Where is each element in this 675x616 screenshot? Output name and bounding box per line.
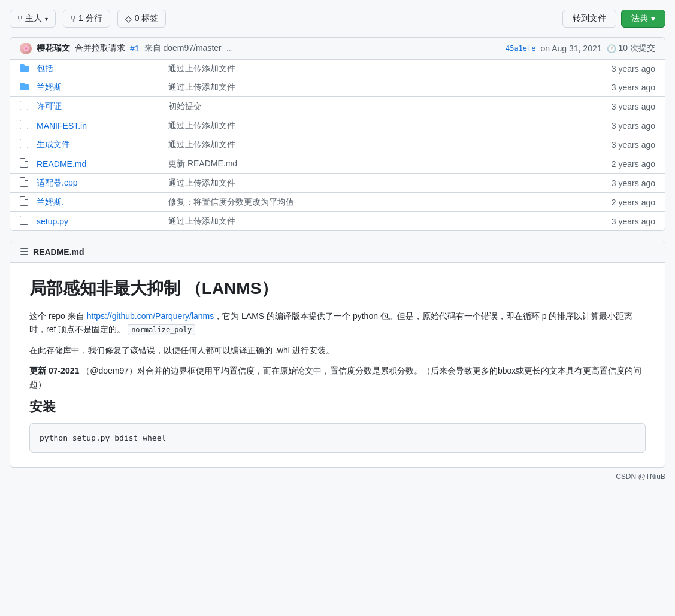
file-commit-link[interactable]: 修复：将置信度分数更改为平均值 [168,197,294,207]
tag-icon: ◇ [125,14,132,23]
file-commit-message: 通过上传添加文件 [168,120,583,131]
fork-button[interactable]: ⑂ 1 分行 [63,10,110,28]
folder-icon [20,83,37,92]
file-name-link[interactable]: 包括 [37,63,53,73]
readme-p1: 这个 repo 来自 https://github.com/Parquery/l… [29,309,646,336]
readme-p3: 更新 07-2021 （@doem97）对合并的边界框使用平均置信度，而在原始论… [29,364,646,391]
table-row: 兰姆斯通过上传添加文件3 years ago [10,78,665,97]
file-commit-message: 通过上传添加文件 [168,216,583,227]
readme-p3-bold: 更新 07-2021 [29,366,79,375]
branch-label: 主人 [25,13,42,24]
fadian-arrow-icon: ▾ [651,14,655,23]
table-row: 包括通过上传添加文件3 years ago [10,60,665,78]
file-time: 3 years ago [583,83,655,92]
file-time: 3 years ago [583,121,655,131]
commit-hash[interactable]: 45a1efe [506,44,536,53]
top-toolbar: ⑂ 主人 ▾ ⑂ 1 分行 ◇ 0 标签 转到文件 法典 ▾ [10,10,665,28]
tag-button[interactable]: ◇ 0 标签 [117,10,167,28]
readme-p1-link[interactable]: https://github.com/Parquery/lanms [87,311,214,321]
file-commit-message: 通过上传添加文件 [168,63,583,74]
clock-icon: 🕐 [607,44,616,53]
file-icon [20,196,37,208]
file-time: 3 years ago [583,64,655,74]
page-footer: CSDN @TNiuB [10,472,665,481]
file-time: 3 years ago [583,102,655,111]
file-browser-card: 🌸 樱花瑞文 合并拉取请求 #1 来自 doem97/master ... 45… [10,37,665,231]
goto-file-label: 转到文件 [573,13,606,23]
readme-code-block: python setup.py bdist_wheel [29,423,646,453]
file-name-link[interactable]: 生成文件 [37,139,70,149]
commit-count-label: 10 次提交 [619,43,655,54]
file-name-link[interactable]: setup.py [37,217,68,226]
file-commit-link[interactable]: 通过上传添加文件 [168,178,235,187]
file-commit-message: 通过上传添加文件 [168,178,583,189]
readme-p1-pre: 这个 repo 来自 [29,311,87,321]
commit-merge-text: 合并拉取请求 [75,43,125,54]
commit-ellipsis: ... [226,44,234,53]
readme-p2: 在此存储库中，我们修复了该错误，以便任何人都可以编译正确的 .whl 进行安装。 [29,344,646,357]
file-icon [20,101,37,112]
commit-header-right: 45a1efe on Aug 31, 2021 🕐 10 次提交 [506,43,655,54]
readme-p3-text: （@doem97）对合并的边界框使用平均置信度，而在原始论文中，置信度分数是累积… [29,366,641,389]
branch-arrow-icon: ▾ [45,16,48,22]
table-row: README.md更新 README.md2 years ago [10,154,665,174]
table-row: setup.py通过上传添加文件3 years ago [10,212,665,230]
file-icon [20,216,37,227]
readme-card: ☰ README.md 局部感知非最大抑制 （LANMS） 这个 repo 来自… [10,241,665,468]
file-icon [20,139,37,150]
file-time: 3 years ago [583,140,655,150]
file-commit-message: 通过上传添加文件 [168,82,583,93]
file-time: 2 years ago [583,198,655,207]
file-icon [20,158,37,169]
readme-body: 局部感知非最大抑制 （LANMS） 这个 repo 来自 https://git… [10,263,665,467]
file-commit-link[interactable]: 更新 README.md [168,159,237,168]
footer-text: CSDN @TNiuB [616,472,665,481]
file-name-link[interactable]: 适配器.cpp [37,178,77,187]
commit-date: on Aug 31, 2021 [541,44,602,53]
readme-header: ☰ README.md [10,241,665,263]
file-commit-link[interactable]: 通过上传添加文件 [168,139,235,149]
file-commit-link[interactable]: 通过上传添加文件 [168,82,235,92]
folder-icon [20,64,37,74]
fork-icon: ⑂ [71,14,75,23]
file-time: 2 years ago [583,159,655,169]
table-row: 生成文件通过上传添加文件3 years ago [10,135,665,154]
branch-icon: ⑂ [17,14,22,23]
file-commit-link[interactable]: 通过上传添加文件 [168,120,235,130]
commit-pr-link[interactable]: #1 [130,44,140,53]
commit-header: 🌸 樱花瑞文 合并拉取请求 #1 来自 doem97/master ... 45… [10,38,665,60]
toolbar-right: 转到文件 法典 ▾ [562,10,665,28]
file-name-link[interactable]: 兰姆斯 [37,82,62,92]
readme-h2: 安装 [29,398,646,416]
file-name-link[interactable]: 兰姆斯. [37,197,64,207]
readme-header-title: README.md [33,247,84,257]
file-name-link[interactable]: MANIFEST.in [37,121,87,131]
fork-label: 1 分行 [78,13,102,24]
file-name-link[interactable]: README.md [37,159,86,169]
tag-label: 0 标签 [135,13,159,24]
file-commit-link[interactable]: 通过上传添加文件 [168,63,235,73]
file-name-link[interactable]: 许可证 [37,101,62,111]
table-row: 适配器.cpp通过上传添加文件3 years ago [10,174,665,193]
readme-code: python setup.py bdist_wheel [40,433,166,442]
file-commit-link[interactable]: 初始提交 [168,101,202,111]
commit-author[interactable]: 樱花瑞文 [37,43,70,54]
fadian-label: 法典 [631,13,648,24]
branch-button[interactable]: ⑂ 主人 ▾ [10,10,56,28]
fadian-button[interactable]: 法典 ▾ [621,10,665,28]
goto-file-button[interactable]: 转到文件 [562,10,616,28]
file-commit-message: 通过上传添加文件 [168,139,583,150]
commit-count: 🕐 10 次提交 [607,43,655,54]
file-commit-message: 初始提交 [168,101,583,112]
readme-list-icon: ☰ [20,246,28,257]
file-list: 包括通过上传添加文件3 years ago兰姆斯通过上传添加文件3 years … [10,60,665,230]
toolbar-left: ⑂ 主人 ▾ ⑂ 1 分行 ◇ 0 标签 [10,10,166,28]
file-time: 3 years ago [583,178,655,188]
table-row: 兰姆斯.修复：将置信度分数更改为平均值2 years ago [10,193,665,212]
file-icon [20,120,37,131]
commit-header-left: 🌸 樱花瑞文 合并拉取请求 #1 来自 doem97/master ... [20,43,233,54]
file-icon [20,177,37,189]
file-commit-message: 更新 README.md [168,159,583,169]
file-commit-message: 修复：将置信度分数更改为平均值 [168,197,583,208]
file-commit-link[interactable]: 通过上传添加文件 [168,216,235,226]
